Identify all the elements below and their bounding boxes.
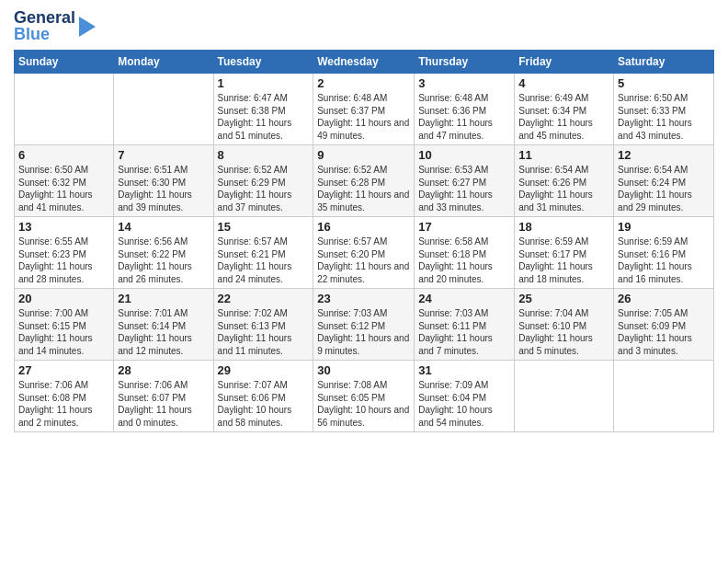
day-cell: 25Sunrise: 7:04 AMSunset: 6:10 PMDayligh… [515, 289, 614, 361]
day-info: Sunrise: 7:09 AMSunset: 6:04 PMDaylight:… [418, 379, 510, 429]
page: General Blue SundayMondayTuesdayWednesda… [0, 0, 728, 563]
day-info: Sunrise: 6:57 AMSunset: 6:21 PMDaylight:… [218, 236, 310, 285]
weekday-header-friday: Friday [515, 51, 614, 74]
day-cell: 28Sunrise: 7:06 AMSunset: 6:07 PMDayligh… [114, 361, 213, 432]
day-info: Sunrise: 6:48 AMSunset: 6:37 PMDaylight:… [317, 92, 410, 142]
day-cell: 14Sunrise: 6:56 AMSunset: 6:22 PMDayligh… [114, 217, 213, 289]
logo-arrow-icon [79, 17, 96, 40]
day-info: Sunrise: 6:52 AMSunset: 6:28 PMDaylight:… [317, 164, 410, 213]
day-info: Sunrise: 7:06 AMSunset: 6:08 PMDaylight:… [18, 379, 109, 429]
day-number: 23 [317, 292, 410, 305]
day-cell: 2Sunrise: 6:48 AMSunset: 6:37 PMDaylight… [313, 74, 415, 145]
weekday-header-monday: Monday [114, 51, 213, 74]
day-cell [515, 361, 614, 432]
day-number: 28 [118, 363, 209, 377]
day-info: Sunrise: 7:07 AMSunset: 6:06 PMDaylight:… [218, 379, 310, 429]
logo: General Blue [14, 9, 96, 42]
week-row-3: 20Sunrise: 7:00 AMSunset: 6:15 PMDayligh… [15, 289, 714, 361]
day-info: Sunrise: 6:50 AMSunset: 6:33 PMDaylight:… [618, 92, 710, 142]
day-number: 24 [418, 292, 510, 305]
day-cell: 12Sunrise: 6:54 AMSunset: 6:24 PMDayligh… [614, 145, 714, 217]
day-number: 19 [618, 220, 710, 234]
calendar: SundayMondayTuesdayWednesdayThursdayFrid… [14, 50, 714, 432]
day-number: 3 [418, 76, 510, 90]
day-cell: 23Sunrise: 7:03 AMSunset: 6:12 PMDayligh… [313, 289, 415, 361]
day-number: 8 [218, 148, 310, 162]
day-info: Sunrise: 7:00 AMSunset: 6:15 PMDaylight:… [18, 307, 109, 357]
day-info: Sunrise: 7:06 AMSunset: 6:07 PMDaylight:… [118, 379, 209, 429]
week-row-4: 27Sunrise: 7:06 AMSunset: 6:08 PMDayligh… [15, 361, 714, 432]
day-cell: 9Sunrise: 6:52 AMSunset: 6:28 PMDaylight… [313, 145, 415, 217]
day-number: 11 [518, 148, 609, 162]
day-number: 27 [18, 363, 109, 377]
day-cell: 1Sunrise: 6:47 AMSunset: 6:38 PMDaylight… [213, 74, 313, 145]
day-cell: 17Sunrise: 6:58 AMSunset: 6:18 PMDayligh… [415, 217, 515, 289]
day-info: Sunrise: 7:04 AMSunset: 6:10 PMDaylight:… [518, 307, 609, 357]
day-cell: 31Sunrise: 7:09 AMSunset: 6:04 PMDayligh… [415, 361, 515, 432]
day-number: 16 [317, 220, 410, 234]
day-info: Sunrise: 6:49 AMSunset: 6:34 PMDaylight:… [518, 92, 609, 142]
day-number: 4 [518, 76, 609, 90]
day-info: Sunrise: 7:01 AMSunset: 6:14 PMDaylight:… [118, 307, 209, 357]
day-number: 30 [317, 363, 410, 377]
day-cell: 15Sunrise: 6:57 AMSunset: 6:21 PMDayligh… [213, 217, 313, 289]
day-info: Sunrise: 7:03 AMSunset: 6:12 PMDaylight:… [317, 307, 410, 357]
weekday-header-row: SundayMondayTuesdayWednesdayThursdayFrid… [15, 51, 714, 74]
day-number: 29 [218, 363, 310, 377]
day-cell: 4Sunrise: 6:49 AMSunset: 6:34 PMDaylight… [515, 74, 614, 145]
day-cell: 24Sunrise: 7:03 AMSunset: 6:11 PMDayligh… [415, 289, 515, 361]
day-number: 10 [418, 148, 510, 162]
week-row-2: 13Sunrise: 6:55 AMSunset: 6:23 PMDayligh… [15, 217, 714, 289]
day-cell [114, 74, 213, 145]
day-info: Sunrise: 6:55 AMSunset: 6:23 PMDaylight:… [18, 236, 109, 285]
day-number: 22 [218, 292, 310, 305]
weekday-header-tuesday: Tuesday [213, 51, 313, 74]
day-cell: 11Sunrise: 6:54 AMSunset: 6:26 PMDayligh… [515, 145, 614, 217]
day-number: 2 [317, 76, 410, 90]
day-number: 17 [418, 220, 510, 234]
day-number: 31 [418, 363, 510, 377]
day-number: 21 [118, 292, 209, 305]
day-cell [15, 74, 114, 145]
day-info: Sunrise: 6:57 AMSunset: 6:20 PMDaylight:… [317, 236, 410, 285]
day-info: Sunrise: 6:47 AMSunset: 6:38 PMDaylight:… [218, 92, 310, 142]
day-info: Sunrise: 6:53 AMSunset: 6:27 PMDaylight:… [418, 164, 510, 213]
day-number: 14 [118, 220, 209, 234]
day-number: 26 [618, 292, 710, 305]
day-cell: 7Sunrise: 6:51 AMSunset: 6:30 PMDaylight… [114, 145, 213, 217]
day-cell: 20Sunrise: 7:00 AMSunset: 6:15 PMDayligh… [15, 289, 114, 361]
week-row-1: 6Sunrise: 6:50 AMSunset: 6:32 PMDaylight… [15, 145, 714, 217]
day-cell: 30Sunrise: 7:08 AMSunset: 6:05 PMDayligh… [313, 361, 415, 432]
day-number: 1 [218, 76, 310, 90]
day-info: Sunrise: 6:52 AMSunset: 6:29 PMDaylight:… [218, 164, 310, 213]
day-number: 20 [18, 292, 109, 305]
day-cell: 16Sunrise: 6:57 AMSunset: 6:20 PMDayligh… [313, 217, 415, 289]
day-cell: 6Sunrise: 6:50 AMSunset: 6:32 PMDaylight… [15, 145, 114, 217]
day-cell: 27Sunrise: 7:06 AMSunset: 6:08 PMDayligh… [15, 361, 114, 432]
day-number: 7 [118, 148, 209, 162]
day-number: 15 [218, 220, 310, 234]
weekday-header-wednesday: Wednesday [313, 51, 415, 74]
day-info: Sunrise: 6:51 AMSunset: 6:30 PMDaylight:… [118, 164, 209, 213]
day-info: Sunrise: 6:50 AMSunset: 6:32 PMDaylight:… [18, 164, 109, 213]
day-number: 5 [618, 76, 710, 90]
day-cell [614, 361, 714, 432]
day-info: Sunrise: 6:54 AMSunset: 6:24 PMDaylight:… [618, 164, 710, 213]
day-cell: 19Sunrise: 6:59 AMSunset: 6:16 PMDayligh… [614, 217, 714, 289]
logo-general: General [14, 9, 75, 26]
day-number: 9 [317, 148, 410, 162]
day-cell: 8Sunrise: 6:52 AMSunset: 6:29 PMDaylight… [213, 145, 313, 217]
day-cell: 26Sunrise: 7:05 AMSunset: 6:09 PMDayligh… [614, 289, 714, 361]
day-info: Sunrise: 7:02 AMSunset: 6:13 PMDaylight:… [218, 307, 310, 357]
day-info: Sunrise: 7:05 AMSunset: 6:09 PMDaylight:… [618, 307, 710, 357]
day-number: 13 [18, 220, 109, 234]
day-cell: 3Sunrise: 6:48 AMSunset: 6:36 PMDaylight… [415, 74, 515, 145]
day-cell: 5Sunrise: 6:50 AMSunset: 6:33 PMDaylight… [614, 74, 714, 145]
day-info: Sunrise: 6:48 AMSunset: 6:36 PMDaylight:… [418, 92, 510, 142]
day-cell: 21Sunrise: 7:01 AMSunset: 6:14 PMDayligh… [114, 289, 213, 361]
day-number: 18 [518, 220, 609, 234]
day-info: Sunrise: 6:59 AMSunset: 6:17 PMDaylight:… [518, 236, 609, 285]
day-number: 25 [518, 292, 609, 305]
day-info: Sunrise: 6:54 AMSunset: 6:26 PMDaylight:… [518, 164, 609, 213]
weekday-header-thursday: Thursday [415, 51, 515, 74]
